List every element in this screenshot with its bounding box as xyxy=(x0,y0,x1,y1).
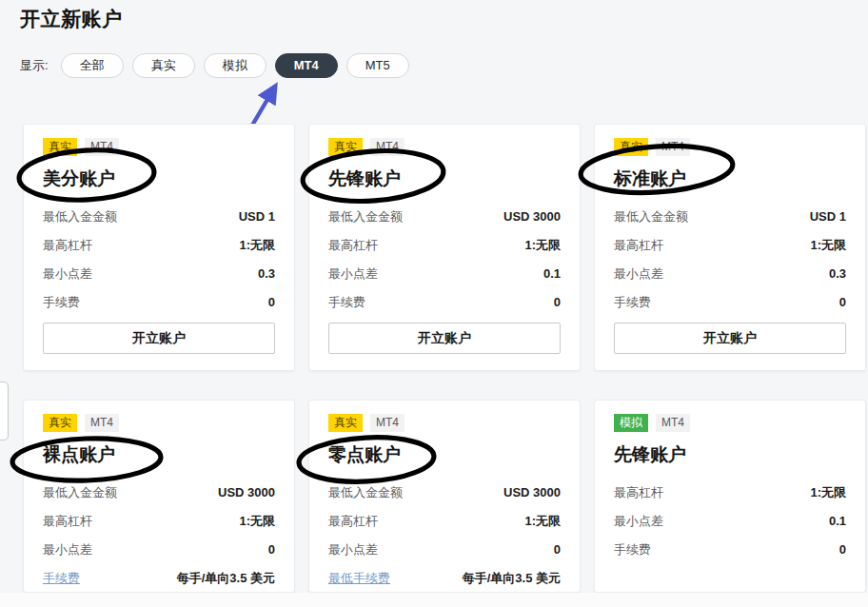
account-card-pioneer-demo: 模拟MT4先锋账户最高杠杆1:无限最小点差0.1手续费0 xyxy=(594,400,866,593)
spec-label: 最低入金金额 xyxy=(43,208,117,225)
open-new-account-page: 开立新账户 显示: 全部真实模拟MT4MT5 真实MT4美分账户最低入金金额US… xyxy=(0,0,868,607)
spec-value: 1:无限 xyxy=(810,237,846,254)
filter-pill-mt4[interactable]: MT4 xyxy=(275,53,338,78)
spec-row: 最高杠杆1:无限 xyxy=(614,237,846,254)
account-card-standard: 真实MT4标准账户最低入金金额USD 1最高杠杆1:无限最小点差0.3手续费0开… xyxy=(594,124,866,371)
spec-row: 最小点差0.3 xyxy=(614,265,846,283)
spec-row: 手续费0 xyxy=(328,294,561,311)
badge-real: 真实 xyxy=(43,414,77,432)
spec-value: 1:无限 xyxy=(239,237,275,254)
spec-label: 最小点差 xyxy=(328,541,378,558)
filter-label: 显示: xyxy=(20,57,49,74)
spec-label: 最高杠杆 xyxy=(328,237,378,254)
spec-row: 最小点差0.1 xyxy=(614,513,846,530)
spec-value: 0.1 xyxy=(829,514,846,528)
account-card-title: 先锋账户 xyxy=(614,442,846,467)
badge-real: 真实 xyxy=(328,138,363,156)
badge-real: 真实 xyxy=(43,138,77,156)
spec-label: 手续费 xyxy=(43,294,80,311)
spec-label: 手续费 xyxy=(614,541,651,558)
account-cards-grid: 真实MT4美分账户最低入金金额USD 1最高杠杆1:无限最小点差0.3手续费0开… xyxy=(23,124,866,593)
bottom-strip xyxy=(0,593,868,607)
spec-row: 手续费0 xyxy=(614,541,846,558)
spec-label: 最小点差 xyxy=(614,265,663,283)
spec-label: 最高杠杆 xyxy=(43,237,92,254)
open-account-button[interactable]: 开立账户 xyxy=(43,323,275,354)
badge-platform: MT4 xyxy=(656,138,690,156)
spec-value: 0 xyxy=(554,542,561,557)
spec-value: 0 xyxy=(839,295,846,309)
spec-value: USD 3000 xyxy=(218,485,275,499)
badge-demo: 模拟 xyxy=(614,414,648,432)
spec-value: 1:无限 xyxy=(810,484,846,501)
filter-pill-mt5[interactable]: MT5 xyxy=(346,53,409,78)
badge-row: 真实MT4 xyxy=(43,414,275,432)
filter-pill-all[interactable]: 全部 xyxy=(61,53,124,78)
spec-value: 0 xyxy=(839,542,846,557)
spec-value: 0 xyxy=(554,295,561,309)
spec-label: 手续费 xyxy=(614,294,651,311)
account-card-title: 零点账户 xyxy=(328,442,561,467)
filter-pill-demo[interactable]: 模拟 xyxy=(204,53,266,78)
badge-platform: MT4 xyxy=(85,138,119,156)
spec-value: 0.3 xyxy=(258,266,275,281)
badge-row: 真实MT4 xyxy=(328,138,561,156)
spec-row: 最小点差0 xyxy=(328,541,561,558)
spec-rows: 最低入金金额USD 1最高杠杆1:无限最小点差0.3手续费0 xyxy=(43,197,275,323)
spec-row: 手续费0 xyxy=(614,294,846,311)
spec-label: 最低入金金额 xyxy=(328,208,403,225)
spec-row: 最低入金金额USD 1 xyxy=(43,208,275,225)
spec-rows: 最低入金金额USD 3000最高杠杆1:无限最小点差0最低手续费每手/单向3.5… xyxy=(328,473,561,593)
spec-label: 最高杠杆 xyxy=(43,513,92,530)
badge-platform: MT4 xyxy=(370,414,404,432)
spec-label-link[interactable]: 手续费 xyxy=(43,570,80,587)
spec-row: 最低入金金额USD 3000 xyxy=(43,484,275,501)
spec-row: 最小点差0.1 xyxy=(328,265,561,283)
account-card-title: 标准账户 xyxy=(614,166,846,191)
account-card-title: 裸点账户 xyxy=(43,442,275,467)
spec-row: 最小点差0.3 xyxy=(43,265,275,283)
spec-label: 最高杠杆 xyxy=(328,513,378,530)
spec-label: 最低入金金额 xyxy=(328,484,403,501)
spec-value: USD 3000 xyxy=(503,209,561,224)
filter-pill-real[interactable]: 真实 xyxy=(132,53,195,78)
spec-value: 1:无限 xyxy=(239,513,275,530)
badge-platform: MT4 xyxy=(85,414,119,432)
spec-value: 1:无限 xyxy=(524,513,561,530)
page-title: 开立新账户 xyxy=(20,6,123,32)
account-card-title: 先锋账户 xyxy=(328,166,561,191)
spec-value: 每手/单向3.5 美元 xyxy=(463,570,561,587)
spec-label: 最小点差 xyxy=(328,265,378,283)
badge-row: 模拟MT4 xyxy=(614,414,846,432)
badge-row: 真实MT4 xyxy=(614,138,846,156)
spec-rows: 最低入金金额USD 3000最高杠杆1:无限最小点差0手续费每手/单向3.5 美… xyxy=(43,473,275,593)
spec-row: 最低入金金额USD 3000 xyxy=(328,484,561,501)
spec-rows: 最高杠杆1:无限最小点差0.1手续费0 xyxy=(614,473,846,570)
spec-row: 最高杠杆1:无限 xyxy=(328,237,561,254)
account-card-title: 美分账户 xyxy=(43,166,275,191)
badge-row: 真实MT4 xyxy=(43,138,275,156)
spec-row: 手续费每手/单向3.5 美元 xyxy=(43,570,275,587)
account-card-zero: 真实MT4零点账户最低入金金额USD 3000最高杠杆1:无限最小点差0最低手续… xyxy=(308,400,581,593)
account-card-pioneer: 真实MT4先锋账户最低入金金额USD 3000最高杠杆1:无限最小点差0.1手续… xyxy=(308,124,581,371)
account-card-raw-spread: 真实MT4裸点账户最低入金金额USD 3000最高杠杆1:无限最小点差0手续费每… xyxy=(23,400,295,593)
spec-label: 最小点差 xyxy=(43,541,92,558)
spec-row: 最低入金金额USD 1 xyxy=(614,208,846,225)
spec-value: 0.3 xyxy=(829,266,846,281)
open-account-button[interactable]: 开立账户 xyxy=(328,323,561,354)
open-account-button[interactable]: 开立账户 xyxy=(614,323,846,354)
spec-label: 最低入金金额 xyxy=(43,484,117,501)
spec-row: 最低入金金额USD 3000 xyxy=(328,208,561,225)
spec-row: 最高杠杆1:无限 xyxy=(614,484,846,501)
left-edge-widget xyxy=(0,382,9,441)
spec-row: 最高杠杆1:无限 xyxy=(328,513,561,530)
filter-bar: 显示: 全部真实模拟MT4MT5 xyxy=(20,53,409,78)
badge-real: 真实 xyxy=(328,414,363,432)
spec-value: 0 xyxy=(268,542,275,557)
spec-label-link[interactable]: 最低手续费 xyxy=(328,570,390,587)
spec-row: 最高杠杆1:无限 xyxy=(43,513,275,530)
spec-rows: 最低入金金额USD 1最高杠杆1:无限最小点差0.3手续费0 xyxy=(614,197,846,323)
spec-label: 最高杠杆 xyxy=(614,237,663,254)
filter-pills: 全部真实模拟MT4MT5 xyxy=(61,53,409,78)
spec-label: 最小点差 xyxy=(43,265,92,283)
